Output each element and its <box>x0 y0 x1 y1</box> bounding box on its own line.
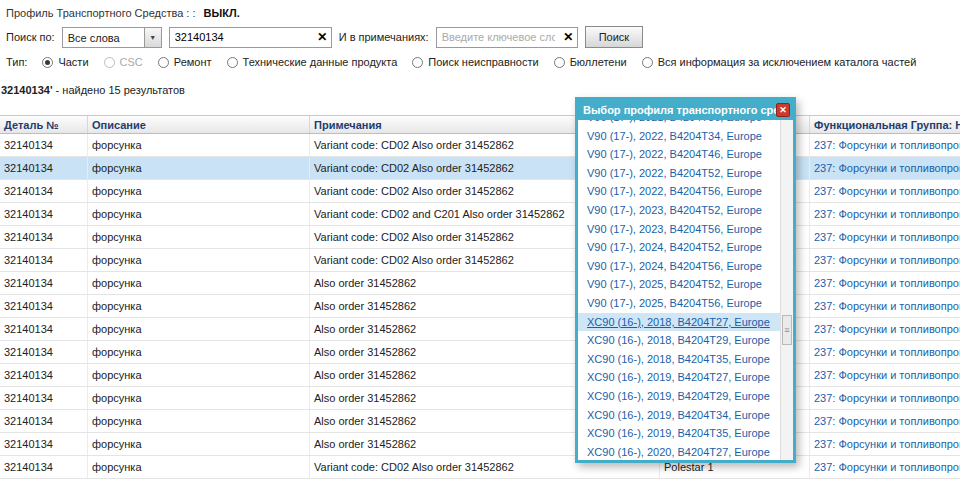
table-row[interactable]: 32140134форсункаVariant code: CD02 Also … <box>0 226 960 249</box>
chevron-down-icon[interactable]: ▼ <box>144 28 161 47</box>
table-row[interactable]: 32140134форсункаVariant code: CD02 Also … <box>0 157 960 180</box>
profile-list-item[interactable]: V90 (17-), 2023, B4204T52, Europe <box>578 201 780 220</box>
scrollbar-thumb[interactable]: ≡ <box>782 315 792 345</box>
cell-part: 32140134 <box>0 456 88 478</box>
search-by-label: Поиск по: <box>6 31 55 43</box>
clear-query-icon[interactable]: ✕ <box>314 30 331 44</box>
dialog-titlebar[interactable]: Выбор профиля транспортного сре... ✕ <box>578 100 793 120</box>
cell-group[interactable]: 237: Форсунки и топливопроводы <box>810 134 960 156</box>
cell-desc: форсунка <box>88 295 310 317</box>
radio-icon[interactable] <box>554 57 565 68</box>
dialog-title: Выбор профиля транспортного сре... <box>583 104 776 116</box>
cell-group[interactable]: 237: Форсунки и топливопроводы <box>810 249 960 271</box>
cell-part: 32140134 <box>0 433 88 455</box>
results-table: Деталь №ОписаниеПримечанияФункциональная… <box>0 115 960 479</box>
cell-group[interactable]: 237: Форсунки и топливопроводы <box>810 226 960 248</box>
table-row[interactable]: 32140134форсункаAlso order 31452862237: … <box>0 272 960 295</box>
cell-part: 32140134 <box>0 226 88 248</box>
cell-group[interactable]: 237: Форсунки и топливопроводы <box>810 433 960 455</box>
table-row[interactable]: 32140134форсункаAlso order 31452862237: … <box>0 387 960 410</box>
cell-part: 32140134 <box>0 180 88 202</box>
search-type-row: Тип: ЧастиCSCРемонтТехнические данные пр… <box>0 52 960 73</box>
profile-list-item[interactable]: V90 (17-), 2022, B4204T56, Europe <box>578 182 780 201</box>
profile-list-item[interactable]: XC90 (16-), 2018, B4204T27, Europe <box>578 313 780 332</box>
radio-icon[interactable] <box>42 57 53 68</box>
profile-list-item[interactable]: V90 (17-), 2023, B4204T56, Europe <box>578 220 780 239</box>
profile-list-item[interactable]: V90 (17-), 2022, B4204T52, Europe <box>578 164 780 183</box>
table-row[interactable]: 32140134форсункаVariant code: CD02 Also … <box>0 456 960 479</box>
type-option[interactable]: Поиск неисправности <box>412 56 538 68</box>
cell-group[interactable]: 237: Форсунки и топливопроводы <box>810 180 960 202</box>
cell-group[interactable]: 237: Форсунки и топливопроводы <box>810 341 960 363</box>
cell-group[interactable]: 237: Форсунки и топливопроводы <box>810 456 960 478</box>
profile-list-item[interactable]: XC90 (16-), 2018, B4204T35, Europe <box>578 350 780 369</box>
search-mode-combobox[interactable]: Все слова ▼ <box>62 27 162 48</box>
table-row[interactable]: 32140134форсункаVariant code: CD02 Also … <box>0 249 960 272</box>
results-count-text: - найдено 15 результатов <box>53 84 185 96</box>
notes-filter-label: И в примечаниях: <box>339 31 429 43</box>
radio-icon[interactable] <box>642 57 653 68</box>
profile-list-item[interactable]: V90 (17-), 2025, B4204T52, Europe <box>578 275 780 294</box>
type-option[interactable]: Бюллетени <box>554 56 627 68</box>
vehicle-profile-dialog: Выбор профиля транспортного сре... ✕ V90… <box>575 97 796 463</box>
radio-icon[interactable] <box>412 57 423 68</box>
search-query-input[interactable] <box>170 31 314 43</box>
radio-icon[interactable] <box>158 57 169 68</box>
cell-group[interactable]: 237: Форсунки и топливопроводы <box>810 318 960 340</box>
cell-part: 32140134 <box>0 295 88 317</box>
type-option-label: Поиск неисправности <box>428 56 538 68</box>
table-row[interactable]: 32140134форсункаAlso order 31452862237: … <box>0 295 960 318</box>
cell-group[interactable]: 237: Форсунки и топливопроводы <box>810 364 960 386</box>
cell-group[interactable]: 237: Форсунки и топливопроводы <box>810 272 960 294</box>
type-option[interactable]: Части <box>42 56 88 68</box>
type-option[interactable]: Ремонт <box>158 56 212 68</box>
cell-desc: форсунка <box>88 249 310 271</box>
column-header[interactable]: Деталь № <box>0 116 88 133</box>
profile-list-item[interactable]: V90 (17-), 2022, B4204T46, Europe <box>578 145 780 164</box>
notes-filter-box: ✕ <box>436 27 578 48</box>
vehicle-profile-status[interactable]: ВЫКЛ. <box>204 7 240 19</box>
table-row[interactable]: 32140134форсункаAlso order 31452862237: … <box>0 433 960 456</box>
profile-list-item[interactable]: V90 (17-), 2024, B4204T56, Europe <box>578 257 780 276</box>
profile-list-item[interactable]: XC90 (16-), 2020, B4204T27, Europe <box>578 443 780 460</box>
clear-notes-icon[interactable]: ✕ <box>560 30 577 44</box>
profile-list-item[interactable]: XC90 (16-), 2019, B4204T34, Europe <box>578 406 780 425</box>
profile-list-item[interactable]: V90 (17-), 2021, B4204T56, Europe <box>578 120 780 127</box>
table-row[interactable]: 32140134форсункаVariant code: CD02 Also … <box>0 134 960 157</box>
table-row[interactable]: 32140134форсункаAlso order 31452862237: … <box>0 410 960 433</box>
column-header[interactable]: Описание <box>88 116 310 133</box>
profile-list-item[interactable]: V90 (17-), 2025, B4204T56, Europe <box>578 294 780 313</box>
cell-group[interactable]: 237: Форсунки и топливопроводы <box>810 295 960 317</box>
type-option-label: Ремонт <box>174 56 212 68</box>
type-option[interactable]: Технические данные продукта <box>227 56 398 68</box>
type-option-label: Вся информация за исключением каталога ч… <box>658 56 917 68</box>
profile-list-item[interactable]: XC90 (16-), 2019, B4204T29, Europe <box>578 387 780 406</box>
radio-icon <box>104 57 115 68</box>
cell-desc: форсунка <box>88 433 310 455</box>
type-option-label: Бюллетени <box>570 56 627 68</box>
cell-group[interactable]: 237: Форсунки и топливопроводы <box>810 410 960 432</box>
profile-list-item[interactable]: XC90 (16-), 2019, B4204T27, Europe <box>578 368 780 387</box>
profile-list-item[interactable]: V90 (17-), 2024, B4204T52, Europe <box>578 238 780 257</box>
table-row[interactable]: 32140134форсункаAlso order 31452862237: … <box>0 364 960 387</box>
table-row[interactable]: 32140134форсункаVariant code: CD02 and C… <box>0 203 960 226</box>
profile-list-item[interactable]: XC90 (16-), 2019, B4204T35, Europe <box>578 424 780 443</box>
column-header[interactable]: Функциональная Группа: Название <box>810 116 960 133</box>
profile-list-item[interactable]: XC90 (16-), 2018, B4204T29, Europe <box>578 331 780 350</box>
cell-group[interactable]: 237: Форсунки и топливопроводы <box>810 157 960 179</box>
table-row[interactable]: 32140134форсункаAlso order 31452862237: … <box>0 341 960 364</box>
profile-list-item[interactable]: V90 (17-), 2022, B4204T34, Europe <box>578 127 780 146</box>
close-icon[interactable]: ✕ <box>776 103 790 117</box>
scrollbar-track[interactable]: ≡ <box>780 120 793 460</box>
cell-desc: форсунка <box>88 364 310 386</box>
search-button[interactable]: Поиск <box>585 26 643 48</box>
cell-group[interactable]: 237: Форсунки и топливопроводы <box>810 203 960 225</box>
radio-icon[interactable] <box>227 57 238 68</box>
cell-desc: форсунка <box>88 318 310 340</box>
table-row[interactable]: 32140134форсункаVariant code: CD02 Also … <box>0 180 960 203</box>
type-option[interactable]: Вся информация за исключением каталога ч… <box>642 56 917 68</box>
notes-filter-input[interactable] <box>437 31 560 43</box>
type-options: ЧастиCSCРемонтТехнические данные продукт… <box>42 56 916 68</box>
cell-group[interactable]: 237: Форсунки и топливопроводы <box>810 387 960 409</box>
table-row[interactable]: 32140134форсункаAlso order 31452862237: … <box>0 318 960 341</box>
